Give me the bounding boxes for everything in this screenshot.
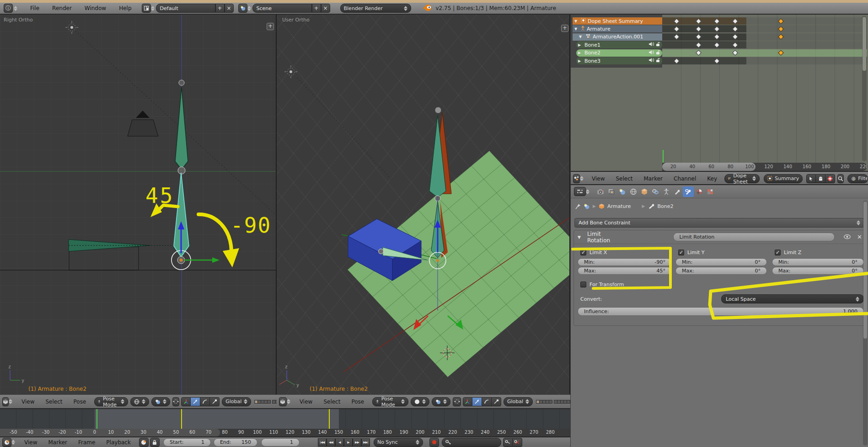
viewport-user-ortho[interactable]: zy User Ortho + (1) Armature : Bone2 [277,15,570,394]
channel-armature[interactable]: ▼Armature [573,25,662,32]
breadcrumb-bone[interactable]: Bone2 [658,203,674,209]
pivot-point-select[interactable] [432,397,450,406]
tab-scene-icon[interactable] [617,186,628,197]
menu-view[interactable]: View [586,176,610,182]
jump-to-start-button[interactable]: |◀◀ [318,438,327,447]
scrollbar-handle[interactable] [863,202,867,339]
limit-z-checkbox[interactable]: ✓ [775,250,781,255]
expand-icon[interactable]: ▼ [579,35,584,39]
scene-context-icon[interactable] [584,203,590,209]
menu-marker[interactable]: Marker [43,439,72,446]
timeline-editor[interactable]: -50-40-30-20-100102030405060708090100110… [0,409,570,447]
auto-keyframe-record-icon[interactable] [429,438,439,447]
editor-type-arrows-icon[interactable] [287,399,290,404]
manipulator-scale-icon[interactable] [492,397,501,406]
keying-set-field[interactable] [442,438,501,447]
keyframe-grid[interactable] [662,15,867,163]
editor-type-arrows-icon[interactable] [11,440,15,445]
menu-marker[interactable]: Marker [638,176,668,182]
manipulator-rotate-icon[interactable] [200,397,210,406]
expand-icon[interactable]: ▶ [578,51,583,55]
viewport-shading-select[interactable] [411,397,429,406]
convert-space-select[interactable]: Local Space [721,294,864,303]
expand-icon[interactable]: ▶ [578,59,583,63]
limit-y-checkbox[interactable]: ✓ [678,250,684,255]
layout-name-field[interactable]: Default [156,4,215,13]
expand-panel-icon[interactable]: + [561,25,568,32]
jump-to-end-button[interactable]: ▶▶| [361,438,370,447]
max-field[interactable]: Max:0° [675,267,767,275]
scene-name-field[interactable]: Scene [252,4,312,13]
filter-types-icon[interactable] [825,174,835,183]
add-bone-constraint-button[interactable]: Add Bone Constraint [574,218,864,228]
mode-select[interactable]: Pose Mode [94,397,128,406]
menu-view[interactable]: View [294,399,318,405]
editor-type-3dview-icon[interactable] [279,397,287,406]
layout-dropdown-arrows-icon[interactable] [151,6,155,11]
channel-label[interactable]: Armature [587,26,611,32]
menu-file[interactable]: File [24,5,46,11]
tab-object-icon[interactable] [639,186,650,197]
expand-icon[interactable]: ▼ [574,27,579,31]
min-field[interactable]: Min:0° [772,258,864,266]
tab-material-icon[interactable] [694,186,705,197]
manipulator-axes-icon[interactable] [181,397,191,406]
viewport-right-ortho[interactable]: 45 -90 zy Right Ortho + (1) Armature : B… [0,15,277,394]
menu-view[interactable]: View [19,439,43,446]
delete-layout-button[interactable]: × [225,4,234,13]
channel-label[interactable]: ArmatureAction.001 [593,34,643,40]
search-icon[interactable] [837,174,844,183]
breadcrumb-object[interactable]: Armature [607,203,631,209]
channel-label[interactable]: Bone1 [584,42,600,48]
manipulator-toggle[interactable] [172,397,179,406]
cursor-select-icon[interactable] [806,174,816,183]
manipulator-toggle[interactable] [453,397,461,406]
channel-label[interactable]: Dope Sheet Summary [588,18,643,24]
pin-icon[interactable] [575,203,581,209]
lock-icon[interactable] [655,50,660,56]
panel-expand-icon[interactable]: ▼ [578,235,581,239]
channel-bone2[interactable]: ▶Bone2 [576,49,662,57]
editor-mode-select[interactable]: Dope Sheet [724,174,760,183]
ghost-icon[interactable] [816,174,825,183]
limit-x-checkbox[interactable]: ✓ [580,250,586,255]
transform-orientation-select[interactable]: Global [504,397,533,406]
current-frame-field[interactable]: 1 [261,438,300,447]
pivot-point-select[interactable] [151,397,170,406]
editor-type-dopesheet-icon[interactable] [573,174,580,183]
insert-keyframe-icon[interactable] [503,438,513,447]
render-engine-select[interactable]: Blender Render [340,4,411,13]
filter-dropdown[interactable]: ⊕Filter [847,174,868,183]
menu-key[interactable]: Key [702,176,723,182]
play-button[interactable]: ▶ [344,438,353,447]
eye-icon[interactable] [844,234,851,240]
menu-select[interactable]: Select [40,399,68,405]
editor-type-arrows-icon[interactable] [14,6,17,11]
channel-label[interactable]: Bone2 [584,50,600,56]
menu-window[interactable]: Window [78,5,113,11]
mode-select[interactable]: Pose Mode [372,397,408,406]
lock-icon[interactable] [655,58,660,64]
tab-render-icon[interactable] [595,186,606,197]
summary-toggle[interactable]: Summary [764,174,803,183]
dope-sheet-scrollbar[interactable]: 20406080100120140160180200220 [662,163,867,171]
layer-grid[interactable] [536,400,570,404]
start-frame-field[interactable]: Start: 1 [163,438,211,447]
menu-view[interactable]: View [16,399,40,405]
menu-render[interactable]: Render [46,5,78,11]
dope-sheet-editor[interactable]: ▼Dope Sheet Summary▼Armature▼ArmatureAct… [571,15,868,185]
info-icon[interactable]: ⓘ [4,4,13,13]
influence-slider[interactable]: Influence: 1.000 [578,307,864,316]
prev-keyframe-button[interactable]: ◀◀ [327,438,335,447]
manipulator-scale-icon[interactable] [210,397,220,406]
menu-channel[interactable]: Channel [668,176,702,182]
scene-dropdown-arrows-icon[interactable] [247,6,251,11]
editor-type-properties-icon[interactable] [574,187,586,196]
use-preview-range-icon[interactable] [139,438,149,447]
screen-layout-icon[interactable] [142,4,151,13]
transform-orientation-select[interactable]: Global [222,397,251,406]
tab-world-icon[interactable] [628,186,639,197]
menu-help[interactable]: Help [113,5,138,11]
properties-editor[interactable]: ▶ Armature ▶ Bone2 Add Bone Constraint ▼… [571,185,868,447]
channel-armatureaction-001[interactable]: ▼ArmatureAction.001 [573,33,662,41]
